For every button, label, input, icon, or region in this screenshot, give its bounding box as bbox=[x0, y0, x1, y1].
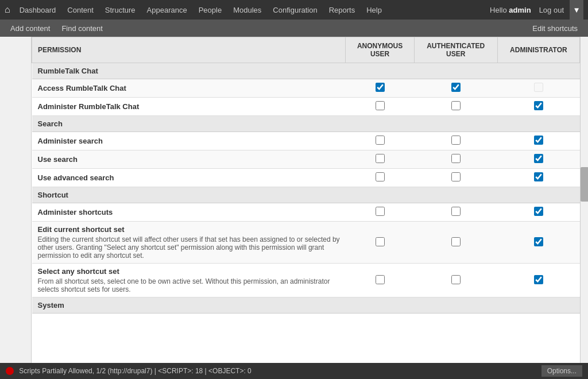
nav-modules[interactable]: Modules bbox=[227, 0, 267, 20]
authenticated-checkbox-cell bbox=[414, 222, 497, 264]
permission-name: Use advanced search bbox=[38, 173, 340, 182]
scrollbar-thumb[interactable] bbox=[581, 167, 588, 202]
permission-name-cell: Access RumbleTalk Chat bbox=[32, 79, 346, 98]
nav-configuration[interactable]: Configuration bbox=[267, 0, 323, 20]
authenticated-checkbox-cell bbox=[414, 203, 497, 222]
authenticated-checkbox-cell bbox=[414, 132, 497, 150]
anonymous-checkbox-cell bbox=[346, 132, 414, 150]
hello-text: Hello admin bbox=[490, 6, 531, 14]
nav-dashboard[interactable]: Dashboard bbox=[14, 0, 62, 20]
administrator-checkbox[interactable] bbox=[534, 275, 543, 284]
status-icon bbox=[6, 367, 14, 375]
section-name: System bbox=[32, 297, 580, 314]
logout-button[interactable]: Log out bbox=[533, 0, 570, 20]
permission-name-cell: Use search bbox=[32, 150, 346, 169]
section-header: Shortcut bbox=[32, 187, 580, 203]
authenticated-checkbox-cell bbox=[414, 79, 497, 98]
administrator-checkbox[interactable] bbox=[534, 136, 543, 145]
scrollbar-track[interactable] bbox=[580, 37, 588, 363]
permission-name-cell: Administer shortcuts bbox=[32, 203, 346, 222]
section-name: RumbleTalk Chat bbox=[32, 63, 580, 79]
section-header: RumbleTalk Chat bbox=[32, 63, 580, 79]
permission-desc: Editing the current shortcut set will af… bbox=[38, 235, 340, 260]
anonymous-checkbox[interactable] bbox=[376, 136, 385, 145]
administrator-checkbox[interactable] bbox=[534, 237, 543, 246]
section-name: Search bbox=[32, 116, 580, 132]
administrator-checkbox[interactable] bbox=[534, 207, 543, 216]
administrator-checkbox-cell bbox=[497, 264, 579, 297]
nav-content[interactable]: Content bbox=[61, 0, 99, 20]
authenticated-checkbox-cell bbox=[414, 264, 497, 297]
anonymous-checkbox-cell bbox=[346, 169, 414, 187]
home-icon[interactable]: ⌂ bbox=[5, 5, 10, 15]
permission-name-cell: Administer RumbleTalk Chat bbox=[32, 98, 346, 116]
permission-name: Edit current shortcut set bbox=[38, 225, 340, 234]
anonymous-checkbox[interactable] bbox=[376, 83, 385, 92]
authenticated-checkbox[interactable] bbox=[451, 207, 461, 216]
authenticated-checkbox-cell bbox=[414, 169, 497, 187]
content-scroll[interactable]: PERMISSION ANONYMOUS USER AUTHENTICATED … bbox=[32, 37, 580, 363]
authenticated-checkbox[interactable] bbox=[451, 101, 461, 110]
secondary-navigation: Add content Find content Edit shortcuts bbox=[0, 20, 588, 37]
nav-people[interactable]: People bbox=[193, 0, 227, 20]
table-row: Administer RumbleTalk Chat bbox=[32, 98, 580, 116]
nav-help[interactable]: Help bbox=[361, 0, 388, 20]
administrator-checkbox bbox=[534, 83, 543, 92]
table-row: Administer search bbox=[32, 132, 580, 150]
anonymous-checkbox[interactable] bbox=[376, 207, 385, 216]
authenticated-checkbox-cell bbox=[414, 150, 497, 169]
anonymous-checkbox[interactable] bbox=[376, 101, 385, 110]
add-content-link[interactable]: Add content bbox=[5, 20, 56, 37]
permission-header: PERMISSION bbox=[32, 37, 346, 63]
authenticated-checkbox[interactable] bbox=[451, 136, 461, 145]
nav-appearance[interactable]: Appearance bbox=[141, 0, 193, 20]
administrator-checkbox-cell bbox=[497, 222, 579, 264]
anonymous-checkbox-cell bbox=[346, 264, 414, 297]
anonymous-checkbox[interactable] bbox=[376, 275, 385, 284]
section-header: System bbox=[32, 297, 580, 314]
nav-reports[interactable]: Reports bbox=[323, 0, 361, 20]
anonymous-checkbox-cell bbox=[346, 98, 414, 116]
authenticated-checkbox[interactable] bbox=[451, 83, 461, 92]
permission-name: Select any shortcut set bbox=[38, 267, 340, 276]
edit-shortcuts-link[interactable]: Edit shortcuts bbox=[527, 20, 583, 37]
administrator-checkbox-cell bbox=[497, 169, 579, 187]
anonymous-checkbox[interactable] bbox=[376, 237, 385, 246]
anonymous-user-header: ANONYMOUS USER bbox=[346, 37, 414, 63]
administrator-checkbox-cell bbox=[497, 203, 579, 222]
authenticated-checkbox[interactable] bbox=[451, 154, 461, 163]
administrator-checkbox-cell bbox=[497, 98, 579, 116]
main-content: PERMISSION ANONYMOUS USER AUTHENTICATED … bbox=[0, 37, 588, 363]
administrator-checkbox-cell bbox=[497, 150, 579, 169]
permission-name-cell: Use advanced search bbox=[32, 169, 346, 187]
authenticated-checkbox-cell bbox=[414, 98, 497, 116]
permission-name-cell: Administer search bbox=[32, 132, 346, 150]
authenticated-checkbox[interactable] bbox=[451, 172, 461, 181]
anonymous-checkbox-cell bbox=[346, 150, 414, 169]
section-header: Search bbox=[32, 116, 580, 132]
administrator-checkbox-cell bbox=[497, 79, 579, 98]
table-row: Use search bbox=[32, 150, 580, 169]
administrator-header: ADMINISTRATOR bbox=[497, 37, 579, 63]
arrow-down-icon: ▼ bbox=[572, 6, 580, 14]
anonymous-checkbox[interactable] bbox=[376, 172, 385, 181]
permission-name: Administer RumbleTalk Chat bbox=[38, 102, 340, 111]
administrator-checkbox-cell bbox=[497, 132, 579, 150]
administrator-checkbox[interactable] bbox=[534, 172, 543, 181]
table-row: Select any shortcut setFrom all shortcut… bbox=[32, 264, 580, 297]
table-row: Use advanced search bbox=[32, 169, 580, 187]
permissions-table: PERMISSION ANONYMOUS USER AUTHENTICATED … bbox=[32, 37, 580, 314]
anonymous-checkbox-cell bbox=[346, 203, 414, 222]
authenticated-user-header: AUTHENTICATED USER bbox=[414, 37, 497, 63]
options-button[interactable]: Options... bbox=[541, 365, 582, 377]
administrator-checkbox[interactable] bbox=[534, 154, 543, 163]
authenticated-checkbox[interactable] bbox=[451, 275, 461, 284]
permission-name-cell: Edit current shortcut setEditing the cur… bbox=[32, 222, 346, 264]
permission-name: Administer search bbox=[38, 137, 340, 145]
authenticated-checkbox[interactable] bbox=[451, 237, 461, 246]
anonymous-checkbox[interactable] bbox=[376, 154, 385, 163]
administrator-checkbox[interactable] bbox=[534, 101, 543, 110]
nav-arrow-button[interactable]: ▼ bbox=[570, 0, 583, 20]
find-content-link[interactable]: Find content bbox=[56, 20, 109, 37]
nav-structure[interactable]: Structure bbox=[99, 0, 141, 20]
